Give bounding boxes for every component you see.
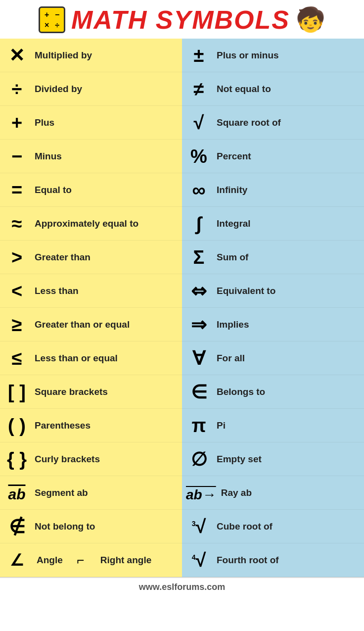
ray-symbol: ab→ — [186, 484, 216, 502]
list-item: ≤ Less than or equal — [0, 341, 182, 375]
list-item: = Equal to — [0, 173, 182, 207]
sigma-symbol: Σ — [186, 248, 212, 267]
sqrt-symbol: √ — [186, 113, 212, 132]
sigma-label: Sum of — [217, 252, 248, 263]
fourthroot-label: Fourth root of — [217, 555, 279, 566]
list-item: ( ) Parentheses — [0, 409, 182, 442]
sqrt-label: Square root of — [217, 117, 281, 128]
plus-label: Plus — [35, 117, 54, 128]
footer-url: www.eslforums.com — [139, 582, 225, 592]
cuberoot-symbol: 3√ — [186, 517, 212, 536]
gt-label: Greater than — [35, 252, 91, 263]
list-item: 3√ Cube root of — [182, 510, 364, 543]
left-column: ✕ Multiplied by ÷ Divided by + Plus − Mi… — [0, 39, 182, 577]
gte-label: Greater than or equal — [35, 319, 130, 330]
list-item: π Pi — [182, 409, 364, 442]
page-wrapper: +−×÷ MATH SYMBOLS 🧒 ✕ Multiplied by ÷ Di… — [0, 0, 364, 596]
robot-icon: 🧒 — [296, 6, 325, 34]
list-item: ± Plus or minus — [182, 39, 364, 72]
list-item: ≥ Greater than or equal — [0, 308, 182, 341]
percent-label: Percent — [217, 151, 251, 162]
list-item: + Plus — [0, 106, 182, 140]
integral-label: Integral — [217, 218, 251, 229]
list-item: ∀ For all — [182, 341, 364, 375]
paren-label: Parentheses — [35, 420, 91, 431]
list-item: ≠ Not equal to — [182, 72, 364, 106]
implies-label: Implies — [217, 319, 249, 330]
emptyset-label: Empty set — [217, 454, 262, 465]
page-title: MATH SYMBOLS — [71, 5, 290, 35]
main-content: ✕ Multiplied by ÷ Divided by + Plus − Mi… — [0, 39, 364, 577]
segment-label: Segment ab — [35, 487, 88, 498]
list-item: [ ] Square brackets — [0, 375, 182, 409]
list-item: ⇒ Implies — [182, 308, 364, 341]
sq-bracket-symbol: [ ] — [4, 383, 30, 401]
pi-symbol: π — [186, 416, 212, 435]
list-item: ab Segment ab — [0, 476, 182, 510]
infinity-label: Infinity — [217, 185, 247, 195]
notequal-label: Not equal to — [217, 84, 271, 95]
page-footer: www.eslforums.com — [0, 577, 364, 596]
equal-symbol: = — [4, 181, 30, 199]
approx-symbol: ≈ — [4, 214, 30, 233]
symbol-grid: ✕ Multiplied by ÷ Divided by + Plus − Mi… — [0, 39, 364, 577]
list-item: ∞ Infinity — [182, 173, 364, 207]
list-item: 4√ Fourth root of — [182, 543, 364, 577]
multiply-label: Multiplied by — [35, 50, 92, 61]
implies-symbol: ⇒ — [186, 315, 212, 334]
forall-label: For all — [217, 353, 245, 364]
lt-label: Less than — [35, 286, 79, 296]
math-icon: +−×÷ — [39, 6, 65, 33]
list-item: ✕ Multiplied by — [0, 39, 182, 72]
minus-symbol: − — [4, 147, 30, 166]
right-angle-symbol: ⌐ — [68, 554, 93, 567]
minus-label: Minus — [35, 151, 62, 162]
emptyset-symbol: ∅ — [186, 450, 212, 469]
list-item: ∉ Not belong to — [0, 510, 182, 543]
list-item: ∈ Belongs to — [182, 375, 364, 409]
angle-symbol: ∠ — [4, 552, 30, 568]
right-angle-label: Right angle — [100, 555, 151, 566]
list-item: > Greater than — [0, 241, 182, 274]
plusminus-label: Plus or minus — [217, 50, 279, 61]
infinity-symbol: ∞ — [186, 181, 212, 199]
equiv-symbol: ⇔ — [186, 282, 212, 300]
list-item: % Percent — [182, 140, 364, 173]
list-item: ÷ Divided by — [0, 72, 182, 106]
segment-symbol: ab — [4, 484, 30, 502]
notequal-symbol: ≠ — [186, 80, 212, 98]
percent-symbol: % — [186, 147, 212, 166]
curly-symbol: { } — [4, 450, 30, 469]
angle-row: ∠ Angle ⌐ Right angle — [0, 543, 182, 577]
list-item: ∫ Integral — [182, 207, 364, 241]
forall-symbol: ∀ — [186, 349, 212, 368]
lt-symbol: < — [4, 282, 30, 300]
list-item: √ Square root of — [182, 106, 364, 140]
gte-symbol: ≥ — [4, 315, 30, 334]
list-item: ab→ Ray ab — [182, 476, 364, 510]
divide-symbol: ÷ — [4, 80, 30, 98]
list-item: ∅ Empty set — [182, 442, 364, 476]
list-item: ⇔ Equivalent to — [182, 274, 364, 308]
integral-symbol: ∫ — [186, 214, 212, 233]
belongs-symbol: ∈ — [186, 383, 212, 401]
lte-symbol: ≤ — [4, 349, 30, 368]
paren-symbol: ( ) — [4, 416, 30, 435]
list-item: ≈ Approximately equal to — [0, 207, 182, 241]
list-item: Σ Sum of — [182, 241, 364, 274]
belongs-label: Belongs to — [217, 387, 265, 397]
sq-bracket-label: Square brackets — [35, 387, 108, 397]
lte-label: Less than or equal — [35, 353, 118, 364]
list-item: − Minus — [0, 140, 182, 173]
multiply-symbol: ✕ — [4, 46, 30, 65]
approx-label: Approximately equal to — [35, 218, 138, 229]
list-item: { } Curly brackets — [0, 442, 182, 476]
list-item: < Less than — [0, 274, 182, 308]
cuberoot-label: Cube root of — [217, 521, 273, 532]
plus-symbol: + — [4, 113, 30, 132]
equal-label: Equal to — [35, 185, 72, 195]
page-header: +−×÷ MATH SYMBOLS 🧒 — [0, 0, 364, 39]
right-column: ± Plus or minus ≠ Not equal to √ Square … — [182, 39, 364, 577]
not-belong-label: Not belong to — [35, 521, 95, 532]
plusminus-symbol: ± — [186, 46, 212, 65]
